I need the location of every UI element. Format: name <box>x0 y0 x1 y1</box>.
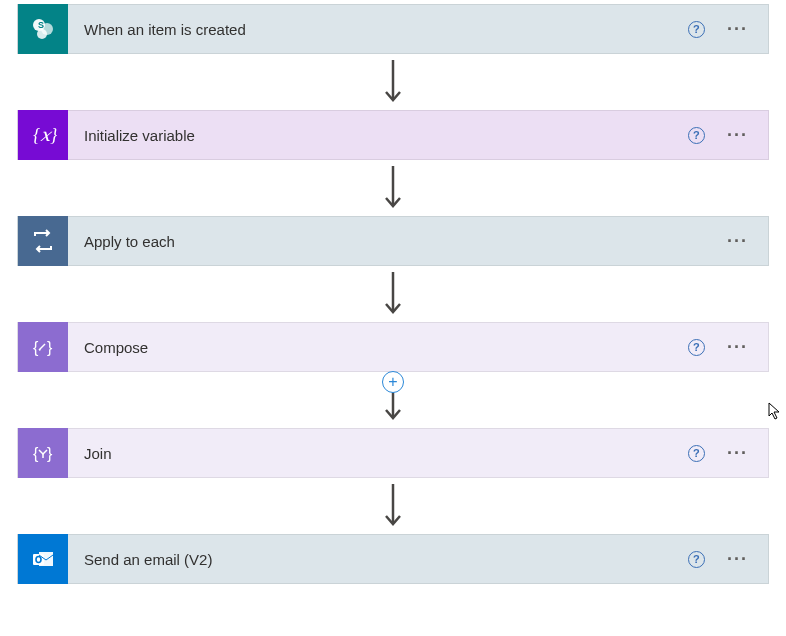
svg-text:{: { <box>33 445 39 462</box>
step-label: Initialize variable <box>68 127 688 144</box>
step-actions: ··· <box>727 236 768 246</box>
arrow-down-icon <box>383 58 403 106</box>
connector <box>14 266 772 322</box>
step-initialize-variable[interactable]: {𝑥} Initialize variable ? ··· <box>17 110 769 160</box>
step-sharepoint-trigger[interactable]: S When an item is created ? ··· <box>17 4 769 54</box>
arrow-down-icon <box>383 482 403 530</box>
step-label: Apply to each <box>68 233 727 250</box>
connector: + <box>14 372 772 428</box>
connector <box>14 160 772 216</box>
step-actions: ? ··· <box>688 21 768 38</box>
svg-text:{: { <box>33 339 39 356</box>
step-actions: ? ··· <box>688 551 768 568</box>
step-label: Compose <box>68 339 688 356</box>
step-compose[interactable]: { } Compose ? ··· <box>17 322 769 372</box>
compose-icon: { } <box>18 322 68 372</box>
more-icon[interactable]: ··· <box>727 342 748 352</box>
step-actions: ? ··· <box>688 127 768 144</box>
more-icon[interactable]: ··· <box>727 554 748 564</box>
arrow-down-icon <box>383 270 403 318</box>
help-icon[interactable]: ? <box>688 339 705 356</box>
join-icon: { } <box>18 428 68 478</box>
help-icon[interactable]: ? <box>688 127 705 144</box>
connector <box>14 54 772 110</box>
help-icon[interactable]: ? <box>688 21 705 38</box>
mouse-cursor-icon <box>768 402 782 423</box>
connector <box>14 478 772 534</box>
sharepoint-icon: S <box>18 4 68 54</box>
svg-text:S: S <box>38 20 44 30</box>
step-send-email[interactable]: Send an email (V2) ? ··· <box>17 534 769 584</box>
step-actions: ? ··· <box>688 445 768 462</box>
help-icon[interactable]: ? <box>688 445 705 462</box>
more-icon[interactable]: ··· <box>727 448 748 458</box>
more-icon[interactable]: ··· <box>727 130 748 140</box>
svg-point-2 <box>37 29 47 39</box>
step-join[interactable]: { } Join ? ··· <box>17 428 769 478</box>
step-apply-to-each[interactable]: Apply to each ··· <box>17 216 769 266</box>
step-label: Join <box>68 445 688 462</box>
more-icon[interactable]: ··· <box>727 24 748 34</box>
svg-text:{𝑥}: {𝑥} <box>33 125 57 145</box>
svg-rect-17 <box>33 554 44 565</box>
variable-icon: {𝑥} <box>18 110 68 160</box>
flow-container: S When an item is created ? ··· {𝑥} Init… <box>14 4 772 584</box>
step-label: Send an email (V2) <box>68 551 688 568</box>
arrow-down-icon <box>383 164 403 212</box>
help-icon[interactable]: ? <box>688 551 705 568</box>
step-actions: ? ··· <box>688 339 768 356</box>
add-step-button[interactable]: + <box>382 371 404 393</box>
svg-text:}: } <box>47 445 53 462</box>
loop-icon <box>18 216 68 266</box>
step-label: When an item is created <box>68 21 688 38</box>
svg-text:}: } <box>47 339 53 356</box>
svg-line-10 <box>39 344 45 350</box>
outlook-icon <box>18 534 68 584</box>
more-icon[interactable]: ··· <box>727 236 748 246</box>
